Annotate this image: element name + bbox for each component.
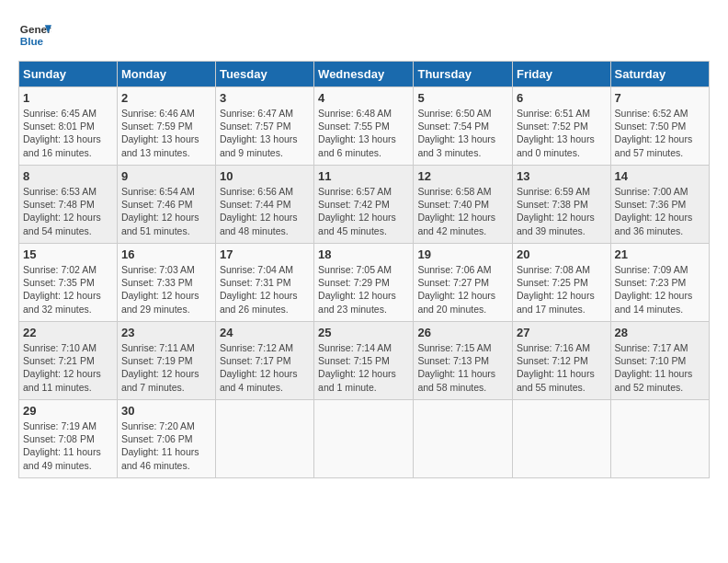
calendar-day-cell [215, 400, 313, 478]
day-number: 22 [23, 326, 113, 339]
calendar-day-cell: 16 Sunrise: 7:03 AMSunset: 7:33 PMDaylig… [117, 244, 215, 322]
day-info: Sunrise: 7:02 AMSunset: 7:35 PMDaylight:… [23, 263, 113, 316]
header: General Blue [18, 18, 710, 52]
weekday-header-cell: Wednesday [314, 62, 414, 87]
day-info: Sunrise: 6:56 AMSunset: 7:44 PMDaylight:… [220, 185, 310, 237]
calendar-day-cell: 26 Sunrise: 7:15 AMSunset: 7:13 PMDaylig… [414, 322, 513, 400]
day-info: Sunrise: 7:11 AMSunset: 7:19 PMDaylight:… [121, 341, 211, 394]
day-number: 30 [121, 404, 211, 418]
day-number: 2 [121, 91, 211, 105]
calendar-day-cell: 6 Sunrise: 6:51 AMSunset: 7:52 PMDayligh… [513, 87, 611, 166]
weekday-header-cell: Tuesday [215, 62, 313, 87]
calendar-day-cell: 27 Sunrise: 7:16 AMSunset: 7:12 PMDaylig… [513, 322, 611, 400]
day-info: Sunrise: 6:45 AMSunset: 8:01 PMDaylight:… [23, 107, 113, 159]
calendar-week-row: 29 Sunrise: 7:19 AMSunset: 7:08 PMDaylig… [19, 400, 710, 478]
day-number: 17 [220, 247, 310, 261]
calendar-day-cell: 13 Sunrise: 6:59 AMSunset: 7:38 PMDaylig… [513, 166, 611, 244]
day-info: Sunrise: 6:47 AMSunset: 7:57 PMDaylight:… [220, 107, 310, 159]
calendar-day-cell [314, 400, 414, 478]
day-number: 20 [517, 247, 607, 261]
calendar-week-row: 15 Sunrise: 7:02 AMSunset: 7:35 PMDaylig… [19, 244, 710, 322]
day-number: 24 [220, 326, 310, 339]
calendar-day-cell: 9 Sunrise: 6:54 AMSunset: 7:46 PMDayligh… [117, 166, 215, 244]
day-number: 15 [23, 247, 113, 261]
day-info: Sunrise: 7:12 AMSunset: 7:17 PMDaylight:… [220, 341, 310, 394]
day-number: 10 [220, 169, 310, 183]
day-info: Sunrise: 7:14 AMSunset: 7:15 PMDaylight:… [318, 341, 409, 394]
calendar-week-row: 1 Sunrise: 6:45 AMSunset: 8:01 PMDayligh… [19, 87, 710, 166]
day-info: Sunrise: 7:09 AMSunset: 7:23 PMDaylight:… [615, 263, 705, 316]
day-info: Sunrise: 6:51 AMSunset: 7:52 PMDaylight:… [517, 107, 607, 159]
day-info: Sunrise: 6:50 AMSunset: 7:54 PMDaylight:… [417, 107, 508, 159]
weekday-header-cell: Thursday [414, 62, 513, 87]
calendar-day-cell: 30 Sunrise: 7:20 AMSunset: 7:06 PMDaylig… [117, 400, 215, 478]
day-number: 27 [517, 326, 607, 339]
calendar-day-cell: 29 Sunrise: 7:19 AMSunset: 7:08 PMDaylig… [19, 400, 118, 478]
calendar-day-cell: 4 Sunrise: 6:48 AMSunset: 7:55 PMDayligh… [314, 87, 414, 166]
day-number: 16 [121, 247, 211, 261]
day-info: Sunrise: 7:05 AMSunset: 7:29 PMDaylight:… [318, 263, 409, 316]
logo: General Blue [18, 18, 51, 52]
day-info: Sunrise: 7:06 AMSunset: 7:27 PMDaylight:… [417, 263, 508, 316]
day-number: 29 [23, 404, 113, 418]
day-info: Sunrise: 7:08 AMSunset: 7:25 PMDaylight:… [517, 263, 607, 316]
day-number: 23 [121, 326, 211, 339]
day-info: Sunrise: 6:52 AMSunset: 7:50 PMDaylight:… [615, 107, 705, 159]
day-info: Sunrise: 7:19 AMSunset: 7:08 PMDaylight:… [23, 419, 113, 472]
calendar-day-cell [414, 400, 513, 478]
day-info: Sunrise: 6:54 AMSunset: 7:46 PMDaylight:… [121, 185, 211, 237]
day-number: 14 [615, 169, 705, 183]
day-info: Sunrise: 7:04 AMSunset: 7:31 PMDaylight:… [220, 263, 310, 316]
calendar-day-cell: 14 Sunrise: 7:00 AMSunset: 7:36 PMDaylig… [610, 166, 709, 244]
calendar-day-cell: 20 Sunrise: 7:08 AMSunset: 7:25 PMDaylig… [513, 244, 611, 322]
day-info: Sunrise: 7:10 AMSunset: 7:21 PMDaylight:… [23, 341, 113, 394]
calendar-day-cell: 19 Sunrise: 7:06 AMSunset: 7:27 PMDaylig… [414, 244, 513, 322]
calendar-day-cell: 17 Sunrise: 7:04 AMSunset: 7:31 PMDaylig… [215, 244, 313, 322]
weekday-header-cell: Monday [117, 62, 215, 87]
day-info: Sunrise: 6:53 AMSunset: 7:48 PMDaylight:… [23, 185, 113, 237]
calendar-day-cell: 21 Sunrise: 7:09 AMSunset: 7:23 PMDaylig… [610, 244, 709, 322]
calendar-day-cell: 7 Sunrise: 6:52 AMSunset: 7:50 PMDayligh… [610, 87, 709, 166]
calendar-day-cell: 1 Sunrise: 6:45 AMSunset: 8:01 PMDayligh… [19, 87, 118, 166]
calendar-day-cell: 22 Sunrise: 7:10 AMSunset: 7:21 PMDaylig… [19, 322, 118, 400]
weekday-header-cell: Saturday [610, 62, 709, 87]
day-number: 11 [318, 169, 409, 183]
day-number: 9 [121, 169, 211, 183]
day-info: Sunrise: 7:17 AMSunset: 7:10 PMDaylight:… [615, 341, 705, 394]
calendar-table: SundayMondayTuesdayWednesdayThursdayFrid… [18, 61, 710, 478]
calendar-day-cell: 28 Sunrise: 7:17 AMSunset: 7:10 PMDaylig… [610, 322, 709, 400]
calendar-day-cell: 18 Sunrise: 7:05 AMSunset: 7:29 PMDaylig… [314, 244, 414, 322]
day-number: 21 [615, 247, 705, 261]
weekday-header-cell: Sunday [19, 62, 118, 87]
day-number: 3 [220, 91, 310, 105]
day-info: Sunrise: 7:16 AMSunset: 7:12 PMDaylight:… [517, 341, 607, 394]
day-number: 1 [23, 91, 113, 105]
day-number: 7 [615, 91, 705, 105]
weekday-header-cell: Friday [513, 62, 611, 87]
day-number: 26 [417, 326, 508, 339]
calendar-day-cell: 25 Sunrise: 7:14 AMSunset: 7:15 PMDaylig… [314, 322, 414, 400]
weekday-header: SundayMondayTuesdayWednesdayThursdayFrid… [19, 62, 710, 87]
calendar-day-cell: 24 Sunrise: 7:12 AMSunset: 7:17 PMDaylig… [215, 322, 313, 400]
day-info: Sunrise: 6:48 AMSunset: 7:55 PMDaylight:… [318, 107, 409, 159]
day-info: Sunrise: 7:15 AMSunset: 7:13 PMDaylight:… [417, 341, 508, 394]
calendar-body: 1 Sunrise: 6:45 AMSunset: 8:01 PMDayligh… [19, 87, 710, 478]
day-info: Sunrise: 7:20 AMSunset: 7:06 PMDaylight:… [121, 419, 211, 472]
day-number: 13 [517, 169, 607, 183]
day-info: Sunrise: 7:03 AMSunset: 7:33 PMDaylight:… [121, 263, 211, 316]
svg-text:Blue: Blue [20, 35, 44, 47]
calendar-day-cell [513, 400, 611, 478]
day-info: Sunrise: 6:59 AMSunset: 7:38 PMDaylight:… [517, 185, 607, 237]
calendar-day-cell: 3 Sunrise: 6:47 AMSunset: 7:57 PMDayligh… [215, 87, 313, 166]
calendar-day-cell: 8 Sunrise: 6:53 AMSunset: 7:48 PMDayligh… [19, 166, 118, 244]
day-number: 18 [318, 247, 409, 261]
calendar-day-cell [610, 400, 709, 478]
calendar-day-cell: 15 Sunrise: 7:02 AMSunset: 7:35 PMDaylig… [19, 244, 118, 322]
calendar-day-cell: 10 Sunrise: 6:56 AMSunset: 7:44 PMDaylig… [215, 166, 313, 244]
day-number: 19 [417, 247, 508, 261]
calendar-day-cell: 5 Sunrise: 6:50 AMSunset: 7:54 PMDayligh… [414, 87, 513, 166]
day-number: 4 [318, 91, 409, 105]
calendar-day-cell: 11 Sunrise: 6:57 AMSunset: 7:42 PMDaylig… [314, 166, 414, 244]
calendar-day-cell: 2 Sunrise: 6:46 AMSunset: 7:59 PMDayligh… [117, 87, 215, 166]
day-info: Sunrise: 6:58 AMSunset: 7:40 PMDaylight:… [417, 185, 508, 237]
